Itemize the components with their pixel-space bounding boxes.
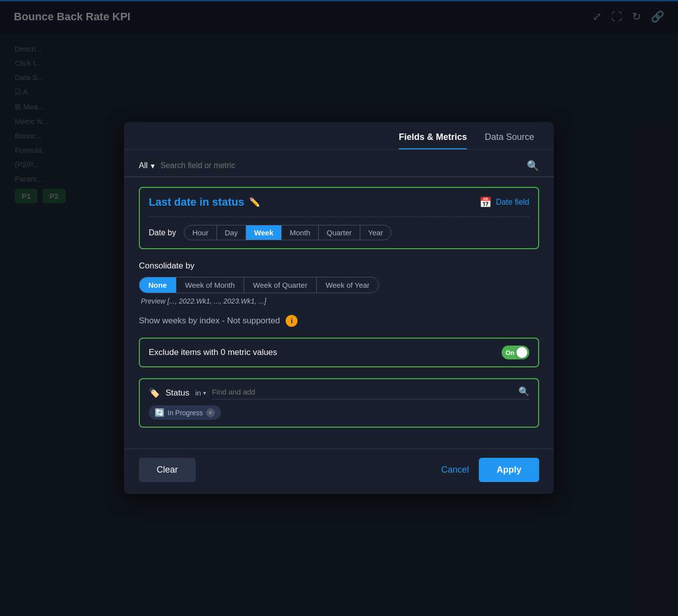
show-weeks-label: Show weeks by index - Not supported [139, 316, 280, 326]
tab-fields-metrics[interactable]: Fields & Metrics [399, 132, 467, 149]
date-field-title-text: Last date in status [149, 196, 244, 209]
modal-overlay: Fields & Metrics Data Source All ▾ 🔍 Las… [0, 0, 678, 616]
date-option-quarter[interactable]: Quarter [319, 225, 360, 240]
status-tags: 🔄 In Progress × [149, 405, 529, 420]
calendar-icon: 📅 [479, 196, 492, 208]
date-field-title: Last date in status ✏️ [149, 196, 260, 209]
chevron-down-icon: ▾ [151, 161, 155, 171]
modal-footer: Clear Cancel Apply [124, 448, 554, 494]
modal-tabs: Fields & Metrics Data Source [124, 122, 554, 150]
tab-data-source[interactable]: Data Source [485, 132, 534, 149]
search-input[interactable] [161, 161, 522, 170]
consolidate-week-of-month[interactable]: Week of Month [176, 277, 245, 293]
in-progress-icon: 🔄 [155, 408, 165, 417]
cancel-button[interactable]: Cancel [441, 465, 469, 475]
modal-body: Last date in status ✏️ 📅 Date field Date… [124, 177, 554, 448]
date-option-week[interactable]: Week [246, 225, 282, 240]
status-operator-label: in [195, 389, 201, 397]
consolidate-section: Consolidate by None Week of Month Week o… [139, 261, 539, 305]
date-options: Hour Day Week Month Quarter Year [184, 225, 391, 240]
search-bar: All ▾ 🔍 [124, 150, 554, 177]
exclude-toggle[interactable]: On [502, 346, 529, 359]
status-label-text: Status [166, 388, 189, 398]
exclude-section: Exclude items with 0 metric values On [139, 338, 539, 367]
search-icon[interactable]: 🔍 [527, 160, 539, 172]
footer-right: Cancel Apply [441, 458, 539, 482]
consolidate-week-of-quarter[interactable]: Week of Quarter [244, 277, 317, 293]
status-tag-icon: 🏷️ [149, 388, 160, 398]
status-section: 🏷️ Status in ▾ 🔍 🔄 In Progress [139, 378, 539, 428]
search-input-wrap: 🔍 [161, 160, 539, 172]
status-find-input[interactable] [212, 388, 514, 396]
date-field-header: Last date in status ✏️ 📅 Date field [149, 196, 529, 209]
show-weeks-row: Show weeks by index - Not supported i [139, 315, 539, 327]
date-option-month[interactable]: Month [282, 225, 319, 240]
date-field-badge-label: Date field [496, 198, 529, 207]
apply-button[interactable]: Apply [479, 458, 539, 482]
consolidate-label: Consolidate by [139, 261, 539, 271]
info-icon[interactable]: i [286, 315, 297, 327]
date-field-badge: 📅 Date field [479, 196, 529, 208]
status-tag-in-progress: 🔄 In Progress × [149, 405, 221, 420]
consolidate-options: None Week of Month Week of Quarter Week … [139, 277, 379, 293]
status-operator-dropdown[interactable]: in ▾ [195, 389, 206, 397]
consolidate-none[interactable]: None [139, 277, 176, 293]
date-option-year[interactable]: Year [360, 225, 391, 240]
toggle-on-label: On [506, 349, 514, 356]
status-row: 🏷️ Status in ▾ 🔍 [149, 386, 529, 399]
status-search-row: 🔍 [212, 386, 529, 399]
date-option-hour[interactable]: Hour [184, 225, 217, 240]
date-by-row: Date by Hour Day Week Month Quarter Year [149, 225, 529, 240]
date-field-section: Last date in status ✏️ 📅 Date field Date… [139, 187, 539, 249]
edit-icon[interactable]: ✏️ [249, 197, 260, 208]
in-progress-label: In Progress [168, 409, 203, 417]
remove-in-progress-button[interactable]: × [206, 408, 215, 417]
consolidate-week-of-year[interactable]: Week of Year [317, 277, 379, 293]
operator-chevron-icon: ▾ [203, 390, 206, 396]
date-divider [149, 217, 529, 217]
clear-button[interactable]: Clear [139, 458, 196, 482]
filter-modal: Fields & Metrics Data Source All ▾ 🔍 Las… [124, 122, 554, 494]
date-option-day[interactable]: Day [217, 225, 247, 240]
filter-all-label: All [139, 161, 148, 170]
consolidate-preview: Preview [..., 2022.Wk1, ..., 2023.Wk1, .… [141, 297, 539, 305]
toggle-knob [516, 347, 527, 358]
exclude-label: Exclude items with 0 metric values [149, 348, 494, 357]
date-by-label: Date by [149, 228, 176, 237]
status-search-icon[interactable]: 🔍 [518, 386, 529, 397]
filter-all-dropdown[interactable]: All ▾ [139, 161, 155, 171]
